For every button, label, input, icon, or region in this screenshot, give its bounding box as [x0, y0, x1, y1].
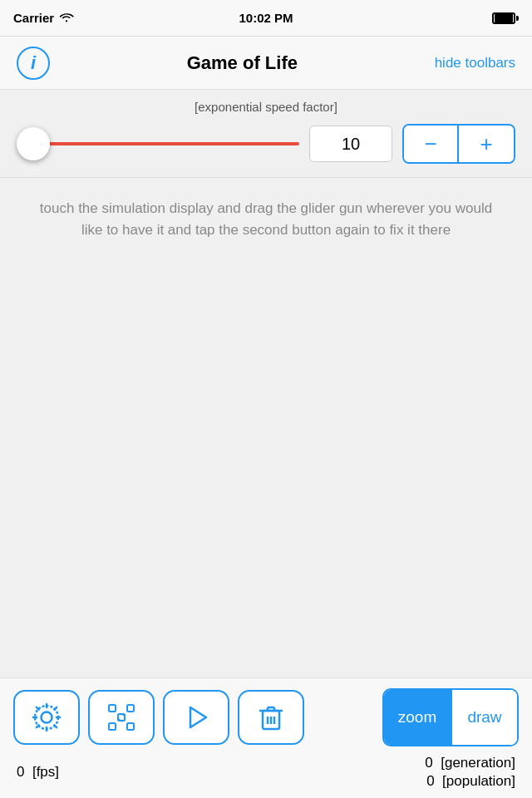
speed-controls: 10 − + — [17, 124, 515, 164]
stats-right: 0 [generation] 0 [population] — [425, 755, 515, 790]
population-label: [population] — [442, 773, 515, 789]
population-value: 0 — [426, 773, 434, 789]
svg-rect-26 — [109, 723, 116, 730]
trash-icon — [254, 700, 288, 735]
hide-toolbars-button[interactable]: hide toolbars — [435, 55, 515, 71]
gear-icon — [29, 700, 64, 735]
slider-track — [17, 142, 299, 145]
play-button[interactable] — [163, 690, 229, 745]
draw-button[interactable]: draw — [451, 690, 517, 745]
generation-stat: 0 [generation] — [425, 755, 515, 771]
population-stat: 0 [population] — [426, 773, 515, 790]
play-icon — [179, 700, 214, 735]
battery-icon — [492, 12, 519, 24]
fps-value: 0 — [17, 764, 24, 780]
carrier-label: Carrier — [13, 11, 54, 25]
speed-panel: [exponential speed factor] 10 − + — [0, 90, 532, 178]
speed-btn-group: − + — [402, 124, 515, 164]
svg-point-21 — [42, 712, 52, 723]
fps-stat: 0 [fps] — [17, 764, 59, 781]
svg-marker-29 — [190, 707, 206, 727]
page-title: Game of Life — [187, 52, 298, 74]
fps-label: [fps] — [32, 764, 59, 780]
toolbar-row: zoom draw — [13, 688, 519, 746]
info-button[interactable]: i — [17, 47, 50, 80]
svg-rect-25 — [127, 705, 134, 712]
svg-rect-23 — [109, 705, 116, 712]
stats-row: 0 [fps] 0 [generation] 0 [population] — [13, 755, 519, 790]
speed-decrease-button[interactable]: − — [404, 126, 459, 162]
zoom-draw-group: zoom draw — [382, 688, 519, 746]
pattern-icon — [104, 700, 139, 735]
status-bar: Carrier 10:02 PM — [0, 0, 532, 37]
svg-rect-27 — [127, 723, 134, 730]
speed-label: [exponential speed factor] — [17, 100, 515, 114]
generation-value: 0 — [425, 755, 432, 771]
instruction-area: touch the simulation display and drag th… — [0, 178, 532, 257]
status-time: 10:02 PM — [239, 11, 293, 25]
instruction-text: touch the simulation display and drag th… — [33, 198, 499, 240]
generation-label: [generation] — [441, 755, 515, 771]
settings-button[interactable] — [13, 690, 80, 745]
speed-slider[interactable] — [17, 129, 299, 159]
speed-increase-button[interactable]: + — [459, 126, 514, 162]
bottom-toolbar: zoom draw 0 [fps] 0 [generation] 0 [popu… — [0, 677, 532, 798]
svg-point-28 — [118, 714, 125, 721]
wifi-icon — [59, 11, 74, 25]
slider-thumb[interactable] — [17, 127, 50, 160]
pattern-button[interactable] — [88, 690, 155, 745]
trash-button[interactable] — [238, 690, 304, 745]
zoom-button[interactable]: zoom — [384, 690, 451, 745]
nav-bar: i Game of Life hide toolbars — [0, 37, 532, 90]
speed-value: 10 — [309, 126, 392, 162]
status-left: Carrier — [13, 11, 74, 25]
